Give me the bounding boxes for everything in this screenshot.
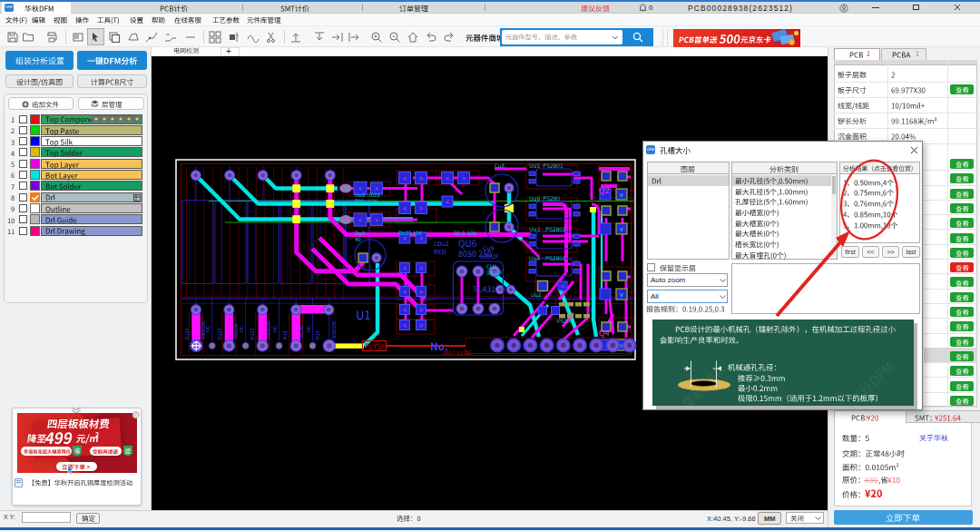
svg-text:<: <	[358, 185, 362, 192]
svg-text:<: <	[446, 199, 449, 205]
svg-text:<: <	[403, 235, 407, 241]
svg-text:>: >	[419, 322, 423, 329]
svg-text:<: <	[446, 175, 449, 182]
svg-text:>: >	[419, 205, 423, 211]
svg-text:>: >	[419, 307, 423, 313]
svg-text:v: v	[620, 226, 623, 232]
svg-text:<: <	[403, 205, 407, 211]
svg-text:v: v	[620, 291, 623, 298]
svg-text:>: >	[419, 265, 423, 271]
svg-text:<: <	[403, 289, 407, 295]
svg-text:v: v	[620, 192, 623, 198]
svg-text:提: 提	[125, 447, 132, 455]
svg-text:>: >	[419, 289, 423, 295]
svg-text:<: <	[403, 265, 407, 271]
svg-text:<: <	[403, 322, 407, 329]
svg-text:>: >	[419, 175, 423, 182]
svg-text:<: <	[403, 175, 407, 182]
svg-text:<: <	[403, 307, 407, 313]
svg-text:省: 省	[74, 447, 81, 455]
svg-text:>: >	[419, 235, 423, 241]
svg-text:>: >	[375, 185, 378, 192]
svg-text:<: <	[358, 217, 362, 223]
svg-text:<: <	[561, 283, 564, 290]
svg-text:>: >	[375, 217, 378, 223]
svg-text:>: >	[462, 175, 466, 182]
